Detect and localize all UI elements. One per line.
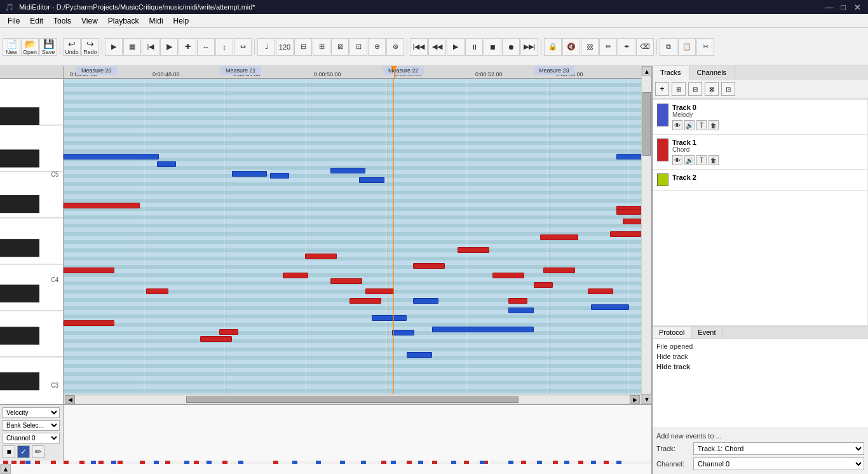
- scroll-collapse[interactable]: ▲: [1, 464, 11, 474]
- track-0-speaker[interactable]: 🔊: [684, 120, 695, 130]
- channel-dropdown[interactable]: Channel 0: [3, 433, 60, 444]
- note-block[interactable]: [232, 171, 267, 177]
- note-block[interactable]: [492, 273, 524, 278]
- tool11[interactable]: ⊕: [368, 38, 386, 56]
- track-1-speaker[interactable]: 🔊: [684, 155, 695, 165]
- skip-forward-button[interactable]: ▶▶|: [520, 38, 538, 56]
- velocity-bars[interactable]: [0, 461, 651, 464]
- copy-btn[interactable]: ⧉: [660, 38, 677, 56]
- note-block[interactable]: [219, 329, 238, 335]
- pencil-tool[interactable]: ✏: [599, 38, 617, 56]
- note-block[interactable]: [64, 320, 114, 326]
- note-block[interactable]: [508, 298, 527, 304]
- maximize-button[interactable]: □: [837, 1, 849, 13]
- scroll-thumb[interactable]: [186, 396, 519, 403]
- event-tab[interactable]: Event: [691, 327, 722, 338]
- track-tool1[interactable]: ⊞: [672, 82, 686, 96]
- note-block[interactable]: [64, 203, 140, 208]
- redo-button[interactable]: ↪ Redo: [81, 38, 99, 56]
- menu-playback[interactable]: Playback: [103, 15, 144, 27]
- note-block[interactable]: [283, 273, 308, 278]
- track-0-text[interactable]: T: [696, 120, 707, 130]
- new-button[interactable]: 📄 New: [3, 38, 20, 56]
- scroll-up-button[interactable]: ▲: [642, 66, 652, 76]
- note-block[interactable]: [534, 282, 553, 288]
- pen-tool[interactable]: ✒: [618, 38, 635, 56]
- note-block[interactable]: [407, 352, 432, 358]
- vel-tool2[interactable]: ✓: [17, 445, 30, 458]
- note-block[interactable]: [432, 327, 534, 332]
- scroll-left-button[interactable]: ◀: [65, 395, 75, 404]
- note-block[interactable]: [270, 173, 289, 179]
- tool10[interactable]: ⊡: [349, 38, 367, 56]
- vertical-scrollbar[interactable]: ▲ ▼: [641, 66, 651, 404]
- note-grid[interactable]: [64, 79, 641, 394]
- pause-button[interactable]: ⏸: [465, 38, 483, 56]
- scroll-right-button[interactable]: ▶: [630, 395, 640, 404]
- note-block[interactable]: [365, 288, 394, 294]
- undo-button[interactable]: ↩ Undo: [63, 38, 81, 56]
- vel-tool3[interactable]: ✏: [32, 445, 44, 458]
- tracks-tab[interactable]: Tracks: [653, 66, 689, 79]
- scroll-thumb-v[interactable]: [642, 92, 651, 156]
- scroll-track-v[interactable]: [642, 76, 651, 394]
- note-block[interactable]: [330, 168, 365, 173]
- track-tool4[interactable]: ⊡: [721, 82, 735, 96]
- track-0-delete[interactable]: 🗑: [709, 120, 719, 130]
- tool-extra[interactable]: ⛓: [581, 38, 599, 56]
- note-block[interactable]: [359, 177, 384, 183]
- note-block[interactable]: [543, 267, 575, 273]
- track-1-delete[interactable]: 🗑: [709, 155, 719, 165]
- cut-btn[interactable]: ✂: [696, 38, 714, 56]
- skip-back-button[interactable]: |◀◀: [410, 38, 428, 56]
- track-1-text[interactable]: T: [696, 155, 707, 165]
- tool5[interactable]: ✚: [179, 38, 196, 56]
- note-block[interactable]: [349, 298, 381, 304]
- play-button[interactable]: ▶: [447, 38, 465, 56]
- tool6[interactable]: ↔: [197, 38, 215, 56]
- scroll-track[interactable]: [75, 396, 630, 403]
- tool12[interactable]: ⊗: [386, 38, 404, 56]
- vel-tool1[interactable]: ■: [3, 445, 15, 458]
- note-block[interactable]: [591, 304, 629, 310]
- note-block[interactable]: [508, 308, 534, 313]
- tool8[interactable]: ⇔: [234, 38, 252, 56]
- tool3[interactable]: |◀: [142, 38, 159, 56]
- tool7[interactable]: ↕: [215, 38, 233, 56]
- save-button[interactable]: 💾 Save: [39, 38, 57, 56]
- protocol-tab[interactable]: Protocol: [653, 327, 691, 338]
- note-block[interactable]: [540, 234, 578, 240]
- note-block[interactable]: [392, 330, 414, 335]
- note-block[interactable]: [610, 231, 641, 237]
- note-block[interactable]: [588, 288, 613, 294]
- tool-bpm[interactable]: 120: [276, 38, 294, 56]
- channels-tab[interactable]: Channels: [689, 66, 735, 79]
- note-block[interactable]: [413, 263, 445, 269]
- close-button[interactable]: ✕: [851, 1, 863, 13]
- track-0-eye[interactable]: 👁: [672, 120, 682, 130]
- select-tool[interactable]: ▶: [105, 38, 123, 56]
- track-1-eye[interactable]: 👁: [672, 155, 682, 165]
- lock-button[interactable]: 🔒: [544, 38, 562, 56]
- note-block[interactable]: [200, 336, 232, 342]
- piano-keys[interactable]: C5 C4 C3: [0, 79, 64, 404]
- track-select[interactable]: Track 1: Chord: [693, 442, 864, 455]
- add-track-button[interactable]: +: [655, 82, 669, 96]
- track-tool2[interactable]: ⊟: [688, 82, 702, 96]
- minimize-button[interactable]: —: [824, 1, 835, 13]
- velocity-dropdown[interactable]: Velocity: [3, 407, 60, 418]
- tool-note[interactable]: ♩: [257, 38, 275, 56]
- menu-file[interactable]: File: [3, 15, 25, 27]
- bank-select-dropdown[interactable]: Bank Selec...: [3, 420, 60, 431]
- note-block[interactable]: [372, 315, 407, 321]
- note-block[interactable]: [616, 209, 641, 215]
- eraser-tool[interactable]: ⌫: [636, 38, 654, 56]
- note-block[interactable]: [330, 278, 362, 284]
- menu-tools[interactable]: Tools: [48, 15, 76, 27]
- note-block[interactable]: [157, 161, 176, 167]
- menu-help[interactable]: Help: [168, 15, 194, 27]
- menu-edit[interactable]: Edit: [25, 15, 48, 27]
- paste-btn[interactable]: 📋: [678, 38, 696, 56]
- note-block[interactable]: [623, 219, 641, 224]
- note-block[interactable]: [64, 267, 114, 273]
